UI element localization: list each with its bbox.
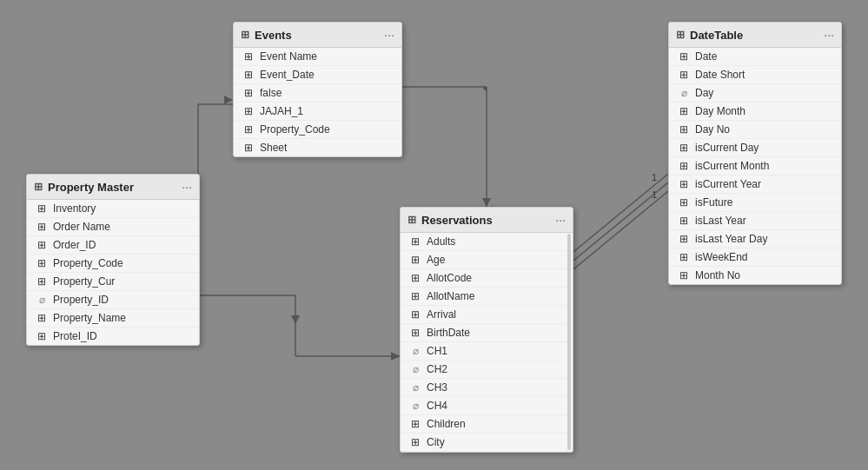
table-row: ⊞ isFuture [669,194,841,212]
datetable-title: DateTable [690,29,743,42]
arrow-res-from-pm [391,352,400,361]
table-row: ⊞ isWeekEnd [669,248,841,267]
datetable-icon: ⊞ [676,29,685,41]
grid-icon: ⊞ [409,327,421,339]
datetable-menu[interactable]: ··· [824,28,834,42]
grid-icon: ⊞ [678,215,690,227]
table-row: ⌀ Property_ID [27,291,199,309]
property-master-icon: ⊞ [34,181,43,193]
scrollbar[interactable] [567,234,571,450]
table-row: ⊞ Day Month [669,103,841,121]
events-table-icon: ⊞ [241,29,249,41]
arrow-res-from-events [482,198,491,207]
grid-icon: ⊞ [678,105,690,117]
grid-icon: ⊞ [409,436,421,448]
table-row: ⌀ CH1 [401,342,573,361]
grid-icon: ⊞ [36,221,48,233]
grid-icon: ⊞ [678,123,690,136]
grid-icon: ⊞ [242,69,255,81]
table-row: ⊞ Day No [669,121,841,139]
cardinality-many-events2: * [483,85,487,96]
table-row: ⊞ isCurrent Day [669,139,841,157]
table-row: ⊞ Adults [401,233,573,251]
property-master-header: ⊞ Property Master ··· [27,175,199,200]
reservations-table: ⊞ Reservations ··· ⊞ Adults ⊞ Age ⊞ Allo… [400,207,573,453]
svg-line-9 [573,182,668,261]
key-icon: ⌀ [409,345,421,357]
table-row: ⊞ isLast Year [669,212,841,230]
grid-icon: ⊞ [409,418,421,430]
table-row: ⊞ ProteI_ID [27,328,199,345]
table-row: ⌀ Day [669,84,841,103]
table-row: ⊞ isCurrent Month [669,157,841,175]
table-row: ⌀ CH3 [401,379,573,397]
svg-line-7 [573,174,668,252]
table-row: ⊞ Sheet [234,139,401,156]
table-row: ⊞ Date [669,48,841,66]
table-row: ⊞ Property_Name [27,309,199,328]
table-row: ⊞ Event_Date [234,66,401,84]
table-row: ⊞ false [234,84,401,103]
grid-icon: ⊞ [678,160,690,172]
table-row: ⊞ isLast Year Day [669,230,841,248]
grid-icon: ⊞ [242,87,255,99]
reservations-title: Reservations [421,214,493,227]
events-table-header: ⊞ Events ··· [234,23,401,48]
key-icon: ⌀ [409,381,421,394]
arrow-events [224,96,233,104]
grid-icon: ⊞ [242,142,255,154]
reservations-header: ⊞ Reservations ··· [401,208,573,233]
table-row: ⊞ isCurrent Year [669,175,841,194]
events-table-menu[interactable]: ··· [384,28,394,42]
grid-icon: ⊞ [678,251,690,263]
table-row: ⊞ Order_ID [27,236,199,255]
grid-icon: ⊞ [36,202,48,215]
table-row: ⌀ CH4 [401,397,573,415]
table-row: ⊞ Inventory [27,200,199,218]
grid-icon: ⊞ [242,105,255,117]
table-row: ⊞ Children [401,415,573,434]
table-row: ⊞ Arrival [401,306,573,324]
grid-icon: ⊞ [36,312,48,324]
grid-icon: ⊞ [36,239,48,251]
grid-icon: ⊞ [678,233,690,245]
key-icon: ⌀ [409,400,421,412]
grid-icon: ⊞ [678,178,690,190]
grid-icon: ⊞ [409,235,421,248]
key-icon: ⌀ [678,87,690,99]
table-row: ⊞ AllotName [401,288,573,306]
key-icon: ⌀ [409,363,421,375]
grid-icon: ⊞ [409,308,421,321]
table-row: ⊞ Property_Code [27,255,199,273]
table-row: ⌀ CH2 [401,361,573,379]
table-row: ⊞ City [401,434,573,452]
property-master-menu[interactable]: ··· [182,180,192,194]
table-row: ⊞ BirthDate [401,324,573,342]
grid-icon: ⊞ [409,272,421,284]
cardinality-1-dt1: 1 [652,172,657,182]
grid-icon: ⊞ [678,142,690,154]
key-icon: ⌀ [36,294,48,306]
grid-icon: ⊞ [36,275,48,288]
events-table-title: Events [255,29,292,42]
reservations-icon: ⊞ [407,214,416,226]
grid-icon: ⊞ [36,330,48,342]
grid-icon: ⊞ [36,257,48,269]
grid-icon: ⊞ [678,196,690,209]
grid-icon: ⊞ [242,50,255,63]
grid-icon: ⊞ [409,290,421,302]
datetable-header: ⊞ DateTable ··· [669,23,841,48]
property-master-title: Property Master [48,181,134,194]
grid-icon: ⊞ [678,50,690,63]
datetable-table: ⊞ DateTable ··· ⊞ Date ⊞ Date Short ⌀ Da… [668,22,842,285]
table-row: ⊞ Property_Cur [27,273,199,291]
grid-icon: ⊞ [242,123,255,136]
table-row: ⊞ Property_Code [234,121,401,139]
table-row: ⊞ Date Short [669,66,841,84]
table-row: ⊞ Order Name [27,218,199,236]
down-arrow-pm [291,315,300,324]
reservations-menu[interactable]: ··· [555,213,566,227]
property-master-table: ⊞ Property Master ··· ⊞ Inventory ⊞ Orde… [26,174,200,346]
table-row: ⊞ JAJAH_1 [234,103,401,121]
table-row: ⊞ AllotCode [401,269,573,288]
